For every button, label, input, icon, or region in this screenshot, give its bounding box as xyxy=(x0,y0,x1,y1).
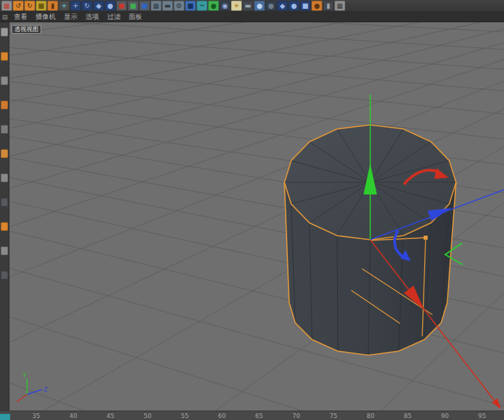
brush-tool-icon[interactable] xyxy=(1,149,8,158)
timeline-tick-label: 60 xyxy=(203,413,241,419)
toolbar-icon-glyph: ↻ xyxy=(27,3,32,9)
viewport-menu-item[interactable]: 选项 xyxy=(86,12,99,22)
rotate-tool-icon[interactable]: ↻ xyxy=(82,1,93,11)
knife-tool-icon[interactable] xyxy=(1,174,8,182)
render-view-icon[interactable]: ▦ xyxy=(151,1,161,11)
toolbar-icon-glyph: ◉ xyxy=(222,3,228,9)
measure-tool-icon[interactable] xyxy=(1,76,8,85)
simulation-icon[interactable]: ● xyxy=(288,1,299,11)
world-axis-x xyxy=(17,394,27,402)
camera-object-icon[interactable]: ◉ xyxy=(220,1,230,11)
viewport-menu-item[interactable]: 摄像机 xyxy=(36,12,56,22)
viewport-panel-icon[interactable]: ▤ xyxy=(2,14,8,20)
viewport-menu-item[interactable]: 查看 xyxy=(14,12,28,22)
layout-palette-icon[interactable]: ▦ xyxy=(1,1,12,11)
toolbar-icon-glyph: ● xyxy=(211,3,217,9)
sphere-object-icon[interactable]: ● xyxy=(208,1,219,11)
mograph-icon[interactable]: ◆ xyxy=(277,1,288,11)
primitive-cube-icon[interactable]: ■ xyxy=(185,1,196,11)
coordinate-system-icon[interactable]: ● xyxy=(105,1,116,11)
toolbar-icon-glyph: ■ xyxy=(141,3,147,9)
modeling-cube-icon[interactable]: ■ xyxy=(36,1,47,11)
volume-icon[interactable]: ■ xyxy=(300,1,311,11)
timeline-tick-label: 40 xyxy=(55,413,92,419)
axis-x-end-arrowhead xyxy=(492,398,501,409)
toolbar-icon-glyph: ■ xyxy=(187,3,193,9)
toolbar-icon-glyph: ~ xyxy=(199,3,205,9)
viewport-menu-item[interactable]: 面板 xyxy=(129,12,143,22)
viewport-name-label: 透视视图 xyxy=(11,25,41,34)
toolbar-icon-glyph: ▬ xyxy=(245,3,251,9)
viewport-menu-item[interactable]: 过滤 xyxy=(107,12,121,22)
axis-tool-icon[interactable]: + xyxy=(59,1,70,11)
viewport-menu: 查看 摄像机 显示 选项 过滤 面板 xyxy=(11,12,147,22)
x-axis-lock-icon[interactable]: ■ xyxy=(116,1,127,11)
live-selection-icon[interactable] xyxy=(1,28,8,36)
toolbar-icon-glyph: ⚙ xyxy=(176,3,182,9)
timeline-marker[interactable] xyxy=(0,414,10,420)
toolbar-icon-glyph: ● xyxy=(268,3,274,9)
toolbar-icon-glyph: ▦ xyxy=(336,3,343,9)
timeline-tick-label: 75 xyxy=(315,413,352,419)
timeline-tick-label: 70 xyxy=(278,413,315,419)
selected-vertex-handle[interactable] xyxy=(424,236,428,240)
toolbar-icon-glyph: ■ xyxy=(302,3,308,9)
scale-tool-icon[interactable]: ◆ xyxy=(93,1,104,11)
toolbar-icon-glyph: ▦ xyxy=(3,3,9,9)
spline-pen-icon[interactable]: ~ xyxy=(197,1,207,11)
toolbar-icon-glyph: ↺ xyxy=(16,3,21,9)
world-axis-z-label: Z xyxy=(44,387,48,393)
viewport-menubar: ▤ 查看 摄像机 显示 选项 过滤 面板 xyxy=(0,12,504,22)
viewport-3d[interactable]: Y Z xyxy=(0,0,504,420)
timeline-tick-label: 85 xyxy=(389,413,426,419)
viewport-menu-item[interactable]: 显示 xyxy=(64,12,78,22)
toolbar-icon-glyph: ■ xyxy=(118,3,124,9)
toolbar-icon-glyph: ▦ xyxy=(153,3,159,9)
toolbar-icon-glyph: ● xyxy=(314,3,320,9)
floor-object-icon[interactable]: ▬ xyxy=(243,1,253,11)
display-filter-icon[interactable]: ▦ xyxy=(334,1,345,11)
toolbar-icon-glyph: ● xyxy=(257,3,263,9)
redo-icon[interactable]: ↻ xyxy=(24,1,35,11)
timeline-ruler[interactable]: 35 40 45 50 55 60 65 70 75 80 85 90 95 xyxy=(0,411,504,420)
pen-tool-icon[interactable] xyxy=(1,52,8,61)
workplane-icon[interactable] xyxy=(1,271,8,280)
toolbar-icon-glyph: ◆ xyxy=(280,3,285,9)
undo-icon[interactable]: ↺ xyxy=(13,1,24,11)
smooth-shift-icon[interactable] xyxy=(1,198,8,207)
toolbar-icon-glyph: ■ xyxy=(38,3,44,9)
timeline-tick-label: 50 xyxy=(129,413,166,419)
mirror-tool-icon[interactable] xyxy=(1,125,8,134)
arc-tool-icon[interactable] xyxy=(1,222,8,231)
render-settings-icon[interactable]: ⚙ xyxy=(174,1,184,11)
character-tool-icon[interactable]: ● xyxy=(311,1,322,11)
toolbar-icon-glyph: ▮ xyxy=(326,3,330,9)
timeline-tick-label: 80 xyxy=(352,413,389,419)
toolbar-icon-glyph: ● xyxy=(107,3,114,9)
move-tool-icon[interactable]: + xyxy=(70,1,81,11)
magnet-snap-icon[interactable] xyxy=(1,101,8,109)
grid-snap-icon[interactable] xyxy=(1,246,8,255)
toolbar-icon-glyph: ■ xyxy=(130,3,136,9)
timeline-track-icon[interactable]: ▮ xyxy=(323,1,334,11)
left-tool-sidebar xyxy=(0,22,9,411)
world-axis-y-label: Y xyxy=(22,373,26,379)
sky-object-icon[interactable]: ● xyxy=(254,1,265,11)
toolbar-icon-glyph: ◆ xyxy=(96,3,101,9)
toolbar-icon-glyph: ● xyxy=(291,3,297,9)
z-axis-lock-icon[interactable]: ■ xyxy=(139,1,150,11)
top-toolbar: ▦ ↺ ↻ ■ ▮ + + ↻ ◆ ● xyxy=(0,0,504,12)
timeline-tick-label: 65 xyxy=(241,413,278,419)
render-to-picture-icon[interactable]: ▬ xyxy=(162,1,173,11)
timeline-tick-label: 55 xyxy=(166,413,203,419)
toolbar-icon-glyph: ☀ xyxy=(234,3,240,9)
y-axis-lock-icon[interactable]: ■ xyxy=(128,1,138,11)
timeline-tick-label: 45 xyxy=(92,413,129,419)
toolbar-icon-glyph: ↻ xyxy=(84,3,90,9)
light-object-icon[interactable]: ☀ xyxy=(231,1,242,11)
timeline-tick-label: 90 xyxy=(426,413,463,419)
toolbar-icon-glyph: ▮ xyxy=(51,3,55,9)
timeline-tick-label: 35 xyxy=(18,413,55,419)
extrude-cylinder-icon[interactable]: ▮ xyxy=(47,1,58,11)
material-icon[interactable]: ● xyxy=(266,1,276,11)
